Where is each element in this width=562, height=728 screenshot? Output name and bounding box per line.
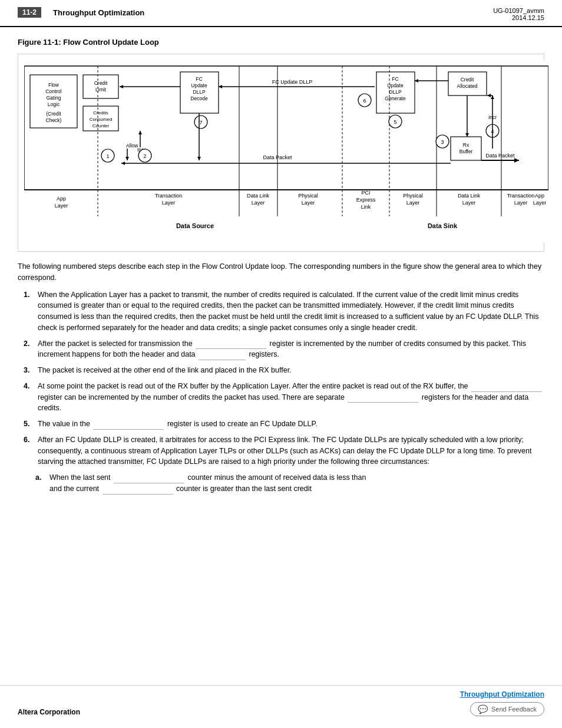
svg-text:5: 5: [394, 119, 396, 125]
page-footer: Altera Corporation Throughput Optimizati…: [0, 685, 562, 716]
blank-sub-a-1: [114, 483, 184, 483]
svg-text:Generate: Generate: [385, 95, 406, 101]
doc-id: UG-01097_avmm: [493, 7, 544, 14]
footer-chapter-link[interactable]: Throughput Optimization: [460, 690, 544, 699]
feedback-label: Send Feedback: [491, 706, 537, 713]
svg-text:Allow: Allow: [126, 143, 138, 149]
step-number-5: 5.: [24, 419, 34, 430]
step-2-text: After the packet is selected for transmi…: [38, 338, 544, 361]
header-right: UG-01097_avmm 2014.12.15: [493, 7, 544, 21]
list-item-2: 2. After the packet is selected for tran…: [24, 338, 544, 361]
blank-credits-consumed-2: [199, 360, 246, 360]
svg-text:Gating: Gating: [46, 95, 61, 101]
svg-text:FC: FC: [392, 76, 398, 82]
page-number: 11-2: [18, 7, 41, 18]
svg-text:Data Source: Data Source: [176, 222, 214, 229]
svg-text:Express: Express: [356, 197, 376, 203]
svg-text:App: App: [57, 196, 66, 202]
svg-text:Physical: Physical: [298, 193, 318, 199]
svg-text:App: App: [535, 193, 544, 199]
svg-text:Transaction: Transaction: [155, 193, 183, 199]
list-item-6: 6. After an FC Update DLLP is created, i…: [24, 434, 544, 467]
blank-credit-allocated-1: [471, 391, 542, 392]
step-number-2: 2.: [24, 338, 34, 361]
svg-text:Layer: Layer: [462, 200, 476, 206]
svg-text:2: 2: [143, 153, 146, 159]
svg-text:Layer: Layer: [302, 200, 315, 206]
step-5-text: The value in the register is used to cre…: [38, 419, 544, 430]
page: 11-2 Throughput Optimization UG-01097_av…: [0, 0, 562, 728]
svg-text:3: 3: [441, 139, 444, 145]
svg-text:Update: Update: [191, 83, 207, 88]
step-1-text: When the Application Layer has a packet …: [38, 289, 544, 334]
header-left: 11-2 Throughput Optimization: [18, 7, 144, 18]
svg-text:Layer: Layer: [514, 200, 528, 206]
step-number-1: 1.: [24, 289, 34, 334]
svg-text:7: 7: [199, 120, 202, 126]
sub-list-item-a: a. When the last sent counter minus the …: [35, 472, 544, 495]
svg-text:Control: Control: [45, 88, 62, 94]
doc-date: 2014.12.15: [512, 14, 544, 21]
chapter-title: Throughput Optimization: [53, 8, 144, 17]
svg-text:DLLP: DLLP: [389, 89, 402, 95]
footer-right: Throughput Optimization 💬 Send Feedback: [460, 690, 544, 716]
svg-text:PCI: PCI: [361, 190, 370, 196]
blank-sub-a-2: [103, 494, 173, 495]
svg-text:Layer: Layer: [252, 200, 265, 206]
svg-text:(Credit: (Credit: [46, 111, 61, 117]
svg-text:Transaction: Transaction: [507, 193, 535, 199]
svg-text:FC: FC: [196, 76, 202, 82]
svg-text:Data Link: Data Link: [247, 193, 270, 199]
blank-credit-allocated-2: [348, 402, 418, 403]
list-item-3: 3. The packet is received at the other e…: [24, 365, 544, 376]
svg-text:Credit: Credit: [94, 80, 108, 86]
sub-step-a-text: When the last sent counter minus the amo…: [49, 472, 544, 495]
svg-text:Rx: Rx: [463, 142, 470, 148]
svg-text:Counter: Counter: [92, 123, 110, 129]
svg-text:Logic: Logic: [48, 101, 60, 107]
step-number-3: 3.: [24, 365, 34, 376]
svg-text:Buffer: Buffer: [459, 149, 473, 154]
svg-text:Data Packet: Data Packet: [485, 153, 515, 159]
step-6-text: After an FC Update DLLP is created, it a…: [38, 434, 544, 467]
svg-text:Limit: Limit: [95, 87, 107, 93]
svg-text:Layer: Layer: [406, 200, 420, 206]
svg-text:Layer: Layer: [55, 203, 68, 209]
step-number-4: 4.: [24, 381, 34, 414]
svg-text:Layer: Layer: [533, 200, 547, 206]
page-header: 11-2 Throughput Optimization UG-01097_av…: [0, 0, 562, 27]
svg-text:Allocated: Allocated: [457, 83, 478, 89]
svg-text:Update: Update: [387, 83, 404, 88]
svg-text:Decode: Decode: [190, 95, 208, 101]
svg-text:Consumed: Consumed: [90, 117, 113, 122]
svg-text:6: 6: [363, 98, 366, 104]
svg-text:Data Packet: Data Packet: [263, 154, 292, 160]
list-item-5: 5. The value in the register is used to …: [24, 419, 544, 430]
svg-text:FC Update DLLP: FC Update DLLP: [272, 79, 313, 85]
sub-step-label-a: a.: [35, 472, 46, 495]
company-name: Altera Corporation: [18, 708, 80, 716]
list-item-1: 1. When the Application Layer has a pack…: [24, 289, 544, 334]
svg-text:Flow: Flow: [48, 82, 59, 88]
svg-text:Data Link: Data Link: [458, 193, 481, 199]
svg-text:Credit: Credit: [461, 77, 474, 83]
svg-text:Data Sink: Data Sink: [428, 222, 458, 229]
svg-text:Link: Link: [361, 204, 371, 210]
intro-paragraph: The following numbered steps describe ea…: [18, 261, 544, 284]
step-3-text: The packet is received at the other end …: [38, 365, 544, 376]
svg-text:DLLP: DLLP: [193, 89, 206, 95]
svg-text:Credits: Credits: [93, 110, 108, 116]
body-text: The following numbered steps describe ea…: [18, 261, 544, 495]
svg-text:1: 1: [106, 153, 109, 159]
step-number-6: 6.: [24, 434, 34, 467]
blank-credit-allocated-3: [93, 429, 164, 430]
figure-title: Figure 11-1: Flow Control Update Loop: [18, 38, 544, 47]
list-item-4: 4. At some point the packet is read out …: [24, 381, 544, 414]
step-4-text: At some point the packet is read out of …: [38, 381, 544, 414]
feedback-icon: 💬: [478, 704, 488, 714]
svg-text:Physical: Physical: [403, 193, 423, 199]
blank-credits-consumed-1: [196, 348, 266, 349]
send-feedback-button[interactable]: 💬 Send Feedback: [470, 702, 544, 716]
diagram-container: Flow Control Gating Logic (Credit Check)…: [18, 54, 544, 252]
svg-text:Layer: Layer: [162, 200, 176, 206]
